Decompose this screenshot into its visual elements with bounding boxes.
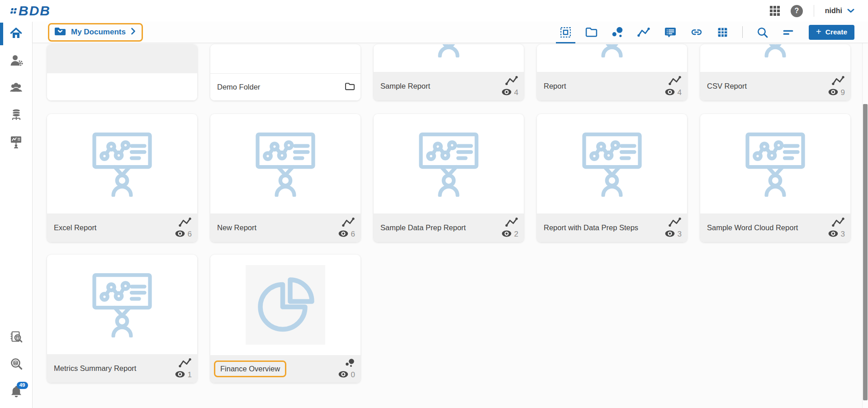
views-indicator: 0 — [338, 370, 355, 380]
user-groups-icon — [9, 81, 23, 95]
card-metrics-summary-report[interactable]: Metrics Summary Report1 — [47, 255, 197, 383]
card-meta: 2 — [502, 217, 518, 239]
scrollbar-thumb[interactable] — [863, 104, 868, 400]
trend-icon — [831, 75, 845, 88]
sidebar-item-data-catalog[interactable] — [0, 327, 33, 349]
sidebar-item-home[interactable] — [0, 23, 33, 45]
report-icon-fragment — [741, 44, 809, 58]
logo-text: BDB — [19, 4, 51, 18]
card-sample-word-cloud-report[interactable]: Sample Word Cloud Report3 — [700, 114, 850, 242]
trend-icon — [831, 217, 845, 229]
report-icon — [741, 129, 809, 199]
eye-icon — [175, 371, 185, 380]
card-new-report[interactable]: New Report6 — [210, 114, 360, 242]
report-icon — [415, 129, 483, 199]
search-icon[interactable] — [756, 22, 768, 43]
sidebar-item-user-admin[interactable] — [0, 50, 33, 72]
trend-icon — [505, 75, 518, 88]
grid-view-icon[interactable] — [716, 22, 729, 43]
card-empty[interactable] — [47, 44, 197, 100]
breadcrumb-toolbar: My Documents +Create — [33, 22, 868, 43]
card-title: Sample Data Prep Report — [380, 223, 498, 232]
card-thumbnail — [210, 255, 360, 355]
report-icon-fragment — [578, 44, 646, 58]
board-view-icon[interactable] — [664, 22, 677, 43]
card-sample-data-prep-report[interactable]: Sample Data Prep Report2 — [374, 114, 524, 242]
card-meta: 3 — [665, 217, 682, 239]
views-indicator: 3 — [828, 230, 845, 239]
report-icon-fragment — [415, 44, 483, 58]
sidebar-item-data-center[interactable] — [0, 104, 33, 127]
sidebar-item-notifications[interactable]: 49 — [0, 381, 33, 403]
card-meta: 4 — [665, 75, 682, 97]
views-indicator: 3 — [665, 230, 682, 239]
chevron-right-icon — [131, 28, 136, 37]
card-meta: 0 — [338, 358, 355, 380]
link-view-icon[interactable] — [690, 22, 703, 43]
card-report[interactable]: Report4 — [537, 44, 687, 100]
apps-grid-icon[interactable] — [770, 6, 780, 16]
report-icon — [88, 129, 156, 199]
documents-grid: Demo FolderSample Report4Report4CSV Repo… — [33, 43, 868, 408]
views-count: 0 — [351, 370, 355, 380]
eye-icon — [175, 230, 185, 239]
folder-view-icon[interactable] — [585, 22, 598, 43]
sort-icon[interactable] — [782, 22, 794, 43]
breadcrumb-label: My Documents — [71, 28, 126, 37]
folder-icon — [345, 82, 355, 92]
eye-icon — [828, 230, 838, 239]
card-finance-overview[interactable]: Finance Overview0 — [210, 255, 360, 383]
help-icon[interactable]: ? — [791, 5, 803, 17]
card-meta: 9 — [828, 75, 845, 97]
card-title: Sample Report — [380, 81, 498, 91]
card-footer: Sample Word Cloud Report3 — [700, 213, 850, 242]
user-menu[interactable]: nidhi — [825, 7, 854, 15]
notification-badge: 49 — [17, 382, 28, 389]
card-title: Metrics Summary Report — [54, 364, 171, 373]
sidebar-item-presentation[interactable] — [0, 131, 33, 154]
card-excel-report[interactable]: Excel Report6 — [47, 114, 197, 242]
sidebar-item-user-groups[interactable] — [0, 77, 33, 100]
card-title: New Report — [217, 223, 335, 232]
annotation-highlight: Finance Overview — [214, 361, 286, 377]
card-thumbnail — [47, 114, 197, 213]
card-footer: Sample Report4 — [374, 72, 524, 100]
eye-icon — [502, 89, 512, 97]
card-footer: Excel Report6 — [47, 213, 197, 242]
views-count: 6 — [351, 230, 355, 239]
card-thumbnail — [374, 44, 524, 72]
cards-row: Metrics Summary Report1Finance Overview0 — [47, 255, 868, 383]
card-demo-folder[interactable]: Demo Folder — [210, 44, 360, 100]
eye-icon — [665, 89, 675, 97]
report-icon — [251, 129, 319, 199]
scatter-view-icon[interactable] — [611, 22, 623, 43]
trend-icon — [668, 75, 682, 88]
eye-icon — [338, 371, 348, 380]
card-meta: 6 — [175, 217, 192, 239]
select-view-icon[interactable] — [560, 22, 572, 43]
trend-icon — [505, 217, 518, 229]
create-button[interactable]: +Create — [809, 25, 854, 40]
card-thumbnail — [537, 44, 687, 72]
eye-icon — [665, 230, 675, 239]
card-report-with-data-prep-steps[interactable]: Report with Data Prep Steps3 — [537, 114, 687, 242]
sidebar-item-data-search[interactable] — [0, 354, 33, 376]
trend-view-icon[interactable] — [637, 22, 650, 43]
card-csv-report[interactable]: CSV Report9 — [700, 44, 850, 100]
report-icon — [88, 270, 156, 339]
card-sample-report[interactable]: Sample Report4 — [374, 44, 524, 100]
card-meta: 1 — [175, 357, 192, 380]
eye-icon — [338, 230, 348, 239]
user-admin-icon — [9, 53, 23, 69]
card-title: Sample Word Cloud Report — [707, 223, 825, 232]
card-title: Report with Data Prep Steps — [544, 223, 661, 232]
breadcrumb[interactable]: My Documents — [48, 23, 143, 42]
card-meta: 6 — [338, 217, 355, 239]
card-footer: CSV Report9 — [700, 72, 850, 100]
views-indicator: 4 — [502, 88, 518, 97]
views-indicator: 6 — [338, 230, 355, 239]
user-name: nidhi — [825, 7, 842, 15]
card-footer: Demo Folder — [210, 73, 360, 100]
scrollbar-track — [862, 43, 868, 408]
views-count: 4 — [514, 88, 518, 97]
